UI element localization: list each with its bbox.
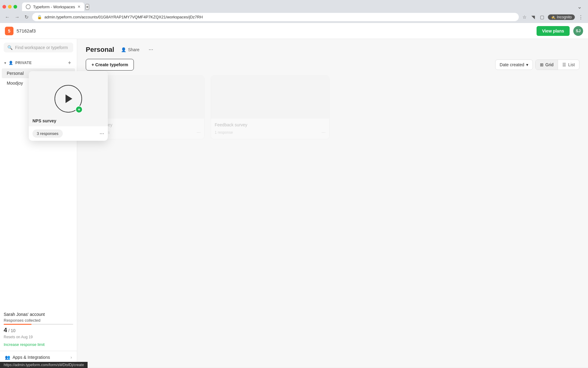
nps-badge-icon: + [75,106,83,113]
list-icon: ☰ [562,62,566,67]
search-input[interactable] [15,45,70,50]
main-header: Personal 👤 Share ··· [77,39,588,54]
grid-view-button[interactable]: ⊞ Grid [536,60,558,70]
form-card-feedback[interactable]: Feedback survey 1 response ··· [211,75,330,139]
status-url: https://admin.typeform.com/form/sWDtsfDj… [4,363,84,367]
nps-popup-card[interactable]: + NPS survey 3 responses ··· [29,71,108,141]
share-icon: 👤 [121,47,126,52]
account-name: Sarah Jonas' account [4,312,73,317]
form-feedback-more-button[interactable]: ··· [322,130,326,135]
incognito-label: Incognito [557,15,572,19]
traffic-light-yellow[interactable] [8,5,12,9]
cast-icon[interactable]: ◥ [530,13,536,21]
toolbar: + Create typeform Date created ▾ ⊞ Grid … [77,54,588,75]
section-title: ▼ 👤 PRIVATE [4,61,32,65]
app-badge: 5 [5,27,13,35]
screenshot-icon[interactable]: ▢ [539,13,545,21]
tab-close-icon[interactable]: ✕ [77,5,81,9]
workspace-title: Personal [86,46,114,54]
nps-circle-icon: + [55,85,82,113]
forms-grid: NPS survey 3 responses ··· Feedback surv… [77,75,588,139]
form-card-feedback-meta: 1 response ··· [215,130,326,135]
back-button[interactable]: ← [4,13,11,21]
responses-total: / 10 [8,328,15,333]
reload-button[interactable]: ↻ [23,13,30,21]
workspace-more-button[interactable]: ··· [146,45,156,54]
app-bar-right: View plans SJ [537,26,583,36]
responses-progress-bar [4,324,73,325]
responses-bar-fill [4,324,32,325]
nps-popup-preview: + NPS survey [29,71,108,126]
nps-responses-button[interactable]: 3 responses [32,129,63,138]
bookmark-icon[interactable]: ☆ [521,13,528,21]
forward-button[interactable]: → [13,13,21,21]
toolbar-right: Date created ▾ ⊞ Grid ☰ List [495,59,579,70]
account-name-bold: Sarah Jonas' [4,312,28,317]
view-plans-button[interactable]: View plans [537,26,570,36]
grid-label: Grid [545,62,553,67]
add-workspace-button[interactable]: + [66,59,73,67]
nps-more-button[interactable]: ··· [100,130,104,137]
list-view-button[interactable]: ☰ List [558,60,579,70]
date-sort-button[interactable]: Date created ▾ [495,59,533,70]
tab-favicon [26,4,31,9]
list-label: List [568,62,575,67]
traffic-light-red[interactable] [2,5,6,9]
account-section: Sarah Jonas' account Responses collected… [0,308,77,351]
apps-icon: 👥 [5,355,10,360]
account-id-label: 57162af3 [17,28,36,33]
collapse-icon[interactable]: ▼ [4,61,7,65]
incognito-icon: 🕵 [551,15,556,19]
section-header: ▼ 👤 PRIVATE + [0,57,77,68]
form-card-feedback-preview [211,76,329,119]
increase-limit-link[interactable]: Increase response limit [4,342,45,347]
form-more-button[interactable]: ··· [197,130,201,135]
form-feedback-responses-count: 1 response [215,130,233,135]
section-label: PRIVATE [15,61,32,65]
resets-text: Resets on Aug 19 [4,335,73,339]
address-bar[interactable]: 🔒 admin.typeform.com/accounts/01G8AYRAP1… [32,13,519,21]
view-toggle: ⊞ Grid ☰ List [535,59,579,70]
status-bar: https://admin.typeform.com/form/sWDtsfDj… [0,362,88,368]
browser-controls-bar: ← → ↻ 🔒 admin.typeform.com/accounts/01G8… [0,11,588,23]
sidebar-bottom: Sarah Jonas' account Responses collected… [0,308,77,363]
responses-count: 4 [4,327,7,334]
form-card-feedback-footer: Feedback survey 1 response ··· [211,119,329,139]
nps-popup-form-title: NPS survey [32,118,56,123]
avatar[interactable]: SJ [573,26,583,36]
search-icon: 🔍 [7,45,13,50]
chevron-right-icon: › [70,355,72,360]
apps-label: Apps & Integrations [13,355,50,360]
browser-action-buttons: ☆ ◥ ▢ 🕵 Incognito ⋮ [521,13,584,21]
apps-row-left: 👥 Apps & Integrations [5,355,50,360]
sort-label: Date created [500,62,524,67]
grid-icon: ⊞ [540,62,544,67]
browser-tab-active[interactable]: Typeform - Workspaces ✕ [22,2,84,11]
browser-menu-button[interactable]: ⋮ [577,13,584,21]
sidebar-item-label: Moodjoy [7,81,23,86]
new-tab-button[interactable]: + [85,4,89,10]
search-bar[interactable]: 🔍 [4,43,73,52]
incognito-badge: 🕵 Incognito [548,14,575,20]
account-name-normal: account [28,312,45,317]
app-bar: 5 57162af3 View plans SJ [0,23,588,39]
nps-play-icon [66,94,72,103]
sort-chevron-icon: ▾ [526,62,528,67]
main-content: Personal 👤 Share ··· + Create typeform D… [77,39,588,367]
responses-label: Responses collected [4,318,73,323]
create-typeform-button[interactable]: + Create typeform [86,59,134,71]
traffic-light-green[interactable] [13,5,17,9]
sidebar-item-label: Personal [7,71,24,76]
apps-integrations-row[interactable]: 👥 Apps & Integrations › [0,351,77,363]
form-card-feedback-title: Feedback survey [215,122,326,127]
person-icon: 👤 [9,61,13,65]
share-button[interactable]: 👤 Share [118,45,142,54]
security-icon: 🔒 [37,15,42,19]
address-text: admin.typeform.com/accounts/01G8AYRAP1MY… [44,15,203,19]
share-label: Share [128,47,139,52]
tab-title: Typeform - Workspaces [33,5,75,9]
window-controls-icon[interactable]: ⌄ [577,3,582,10]
nps-popup-footer: 3 responses ··· [29,126,108,141]
